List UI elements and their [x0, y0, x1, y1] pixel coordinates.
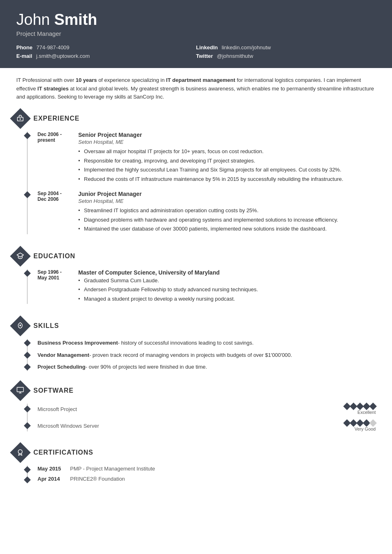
experience-icon: [10, 108, 31, 129]
cert-date: Apr 2014: [37, 476, 70, 482]
bullet-item: Maintained the user database of over 300…: [78, 225, 376, 233]
education-header: EDUCATION: [13, 249, 376, 264]
software-icon: [10, 380, 31, 401]
software-item: Microsoft Windows Server Very Good: [28, 420, 376, 431]
timeline-item: Dec 2006 - present Senior Project Manage…: [28, 132, 376, 184]
edu-date: Sep 1996 - May 2001: [37, 269, 78, 304]
email-label: E-mail: [16, 53, 32, 59]
software-section: SOFTWARE Microsoft Project Excellent Mic…: [0, 379, 392, 441]
software-title: SOFTWARE: [33, 387, 74, 394]
contact-info: Phone 774-987-4009 LinkedIn linkedin.com…: [16, 44, 376, 59]
svg-rect-5: [17, 387, 24, 391]
linkedin-item: LinkedIn linkedin.com/johnutw: [196, 44, 376, 51]
skills-section: SKILLS Business Process Improvement- his…: [0, 314, 392, 379]
svg-point-8: [18, 449, 22, 453]
job-content: Junior Project Manager Seton Hospital, M…: [78, 191, 376, 234]
rating-dots: [344, 420, 376, 426]
summary-section: IT Professional with over 10 years of ex…: [0, 68, 392, 107]
first-name: John: [16, 11, 50, 28]
email-item: E-mail j.smith@uptowork.com: [16, 53, 196, 59]
cert-item: May 2015 PMP - Project Management Instit…: [28, 466, 376, 472]
rating-dots: [344, 404, 376, 409]
certifications-section: CERTIFICATIONS May 2015 PMP - Project Ma…: [0, 441, 392, 490]
cert-name: PRINCE2® Foundation: [70, 476, 125, 482]
certifications-list: May 2015 PMP - Project Management Instit…: [27, 466, 376, 482]
job-content: Senior Project Manager Seton Hospital, M…: [78, 132, 376, 184]
cert-item: Apr 2014 PRINCE2® Foundation: [28, 476, 376, 482]
experience-header: EXPERIENCE: [13, 111, 376, 126]
education-icon: [10, 246, 31, 266]
company-name: Seton Hospital, ME: [78, 139, 376, 145]
bullet-item: Oversaw all major hospital IT projects f…: [78, 147, 376, 156]
twitter-value: @johnsmithutw: [217, 53, 253, 59]
software-name: Microsoft Project: [37, 406, 344, 412]
phone-item: Phone 774-987-4009: [16, 44, 196, 51]
certifications-icon: [10, 442, 31, 463]
company-name: Seton Hospital, ME: [78, 198, 376, 204]
rating-dot: [369, 402, 377, 410]
skill-item: Business Process Improvement- history of…: [28, 339, 376, 347]
education-section: EDUCATION Sep 1996 - May 2001 Master of …: [0, 245, 392, 315]
certifications-header: CERTIFICATIONS: [13, 445, 376, 460]
rating-dot-empty: [369, 419, 377, 426]
edu-bullets: Graduated Summa Cum Laude. Andersen Post…: [78, 277, 376, 303]
software-rating: Excellent: [344, 404, 376, 415]
twitter-label: Twitter: [196, 53, 213, 59]
bullet-item: Streamlined IT logistics and administrat…: [78, 207, 376, 215]
software-list: Microsoft Project Excellent Microsoft Wi…: [27, 404, 376, 431]
job-title: Junior Project Manager: [78, 191, 376, 197]
skills-icon: [10, 316, 31, 336]
job-title: Senior Project Manager: [78, 132, 376, 138]
email-value: j.smith@uptowork.com: [36, 53, 90, 59]
software-rating: Very Good: [344, 420, 376, 431]
job-date: Sep 2004 - Dec 2006: [37, 191, 78, 234]
experience-section: EXPERIENCE Dec 2006 - present Senior Pro…: [0, 107, 392, 245]
phone-label: Phone: [16, 44, 33, 51]
edu-content: Master of Computer Science, University o…: [78, 269, 376, 304]
rating-label: Very Good: [355, 426, 376, 431]
skill-item: Vendor Management- proven track record o…: [28, 351, 376, 359]
last-name: Smith: [54, 11, 97, 28]
bullet-item: Managed a student project to develop a w…: [78, 295, 376, 303]
skills-header: SKILLS: [13, 319, 376, 333]
cert-date: May 2015: [37, 466, 70, 472]
education-title: EDUCATION: [33, 253, 75, 260]
bullet-item: Andersen Postgraduate Fellowship to stud…: [78, 286, 376, 294]
rating-label: Excellent: [357, 410, 376, 415]
timeline-item: Sep 2004 - Dec 2006 Junior Project Manag…: [28, 191, 376, 234]
bullet-item: Reduced the costs of IT infrastructure m…: [78, 175, 376, 183]
skill-item: Project Scheduling- over 90% of projects…: [28, 363, 376, 371]
svg-point-4: [20, 325, 21, 326]
bullet-item: Responsible for creating, improving, and…: [78, 157, 376, 165]
degree-title: Master of Computer Science, University o…: [78, 269, 376, 276]
education-timeline: Sep 1996 - May 2001 Master of Computer S…: [27, 269, 376, 304]
skills-title: SKILLS: [33, 322, 59, 330]
summary-text: IT Professional with over 10 years of ex…: [16, 76, 376, 101]
bullet-item: Diagnosed problems with hardware and ope…: [78, 216, 376, 224]
skills-list: Business Process Improvement- history of…: [27, 339, 376, 371]
linkedin-value: linkedin.com/johnutw: [222, 44, 271, 51]
linkedin-label: LinkedIn: [196, 44, 218, 51]
job-bullets: Streamlined IT logistics and administrat…: [78, 207, 376, 233]
bullet-item: Implemented the highly successful Lean T…: [78, 166, 376, 174]
twitter-item: Twitter @johnsmithutw: [196, 53, 376, 59]
software-header: SOFTWARE: [13, 383, 376, 398]
software-item: Microsoft Project Excellent: [28, 404, 376, 415]
job-date: Dec 2006 - present: [37, 132, 78, 184]
cert-name: PMP - Project Management Institute: [70, 466, 155, 472]
job-title: Project Manager: [16, 30, 376, 37]
software-name: Microsoft Windows Server: [37, 423, 344, 429]
bullet-item: Graduated Summa Cum Laude.: [78, 277, 376, 285]
phone-value: 774-987-4009: [36, 44, 69, 51]
experience-title: EXPERIENCE: [33, 115, 79, 122]
job-bullets: Oversaw all major hospital IT projects f…: [78, 147, 376, 183]
certifications-title: CERTIFICATIONS: [33, 449, 93, 456]
full-name: John Smith: [16, 11, 376, 29]
resume-header: John Smith Project Manager Phone 774-987…: [0, 0, 392, 68]
experience-timeline: Dec 2006 - present Senior Project Manage…: [27, 132, 376, 234]
timeline-item: Sep 1996 - May 2001 Master of Computer S…: [28, 269, 376, 304]
